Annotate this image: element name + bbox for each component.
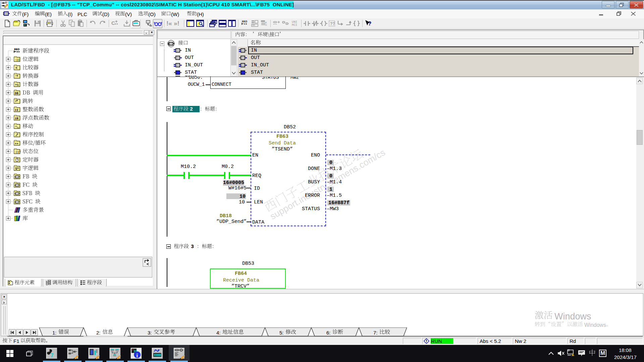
svg-text:<: < — [147, 262, 149, 266]
svg-text:!: ! — [573, 354, 573, 356]
svg-text:-||: -|| — [15, 58, 19, 61]
svg-text:±I: ±I — [15, 109, 18, 112]
svg-text:?: ? — [368, 20, 371, 27]
svg-text:C: C — [111, 20, 115, 26]
svg-text:??: ?? — [330, 21, 335, 26]
svg-text:!«: !« — [166, 20, 172, 27]
svg-text:HKO: HKO — [14, 48, 20, 51]
svg-text:K: K — [265, 21, 267, 24]
svg-text:»!: »! — [174, 20, 179, 27]
svg-text:i: i — [137, 353, 138, 358]
svg-text:-||?: -||? — [14, 150, 20, 153]
svg-text:MCI: MCI — [292, 23, 297, 27]
svg-text:HKO: HKO — [242, 20, 248, 23]
svg-text:<: < — [15, 66, 17, 70]
svg-text:±R: ±R — [15, 117, 18, 120]
svg-text:7: 7 — [51, 353, 54, 358]
svg-text:DB: DB — [15, 92, 18, 95]
svg-text:»»: »» — [15, 142, 18, 145]
svg-text:+1: +1 — [15, 83, 19, 87]
